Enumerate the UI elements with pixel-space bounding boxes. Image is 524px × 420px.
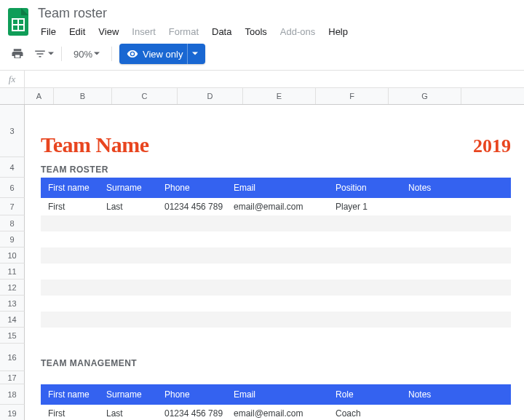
spreadsheet-grid[interactable]: 3 4 6 7 8 9 10 11 12 13 14 15 16 17 18 1… bbox=[0, 105, 524, 420]
row-header[interactable]: 13 bbox=[0, 296, 25, 312]
section-title-management: TEAM MANAGEMENT bbox=[41, 358, 137, 371]
fx-label: fx bbox=[0, 71, 25, 87]
menu-edit[interactable]: Edit bbox=[63, 24, 91, 39]
zoom-value: 90% bbox=[74, 49, 92, 60]
view-only-dropdown[interactable] bbox=[187, 44, 202, 64]
col-header-C[interactable]: C bbox=[112, 88, 178, 104]
view-only-button[interactable]: View only bbox=[119, 44, 205, 64]
formula-bar: fx bbox=[0, 71, 524, 88]
col-notes: Notes bbox=[405, 183, 507, 193]
row-header[interactable]: 9 bbox=[0, 231, 25, 247]
col-phone: Phone bbox=[162, 389, 231, 400]
col-header-A[interactable]: A bbox=[25, 88, 54, 104]
col-first: First name bbox=[45, 389, 103, 400]
table-row[interactable] bbox=[41, 312, 511, 328]
table-row[interactable] bbox=[41, 247, 511, 264]
roster-table-header: First name Surname Phone Email Position … bbox=[41, 178, 511, 198]
row-header[interactable]: 15 bbox=[0, 328, 25, 344]
select-all-corner[interactable] bbox=[0, 88, 25, 104]
sheets-logo-icon[interactable] bbox=[6, 6, 31, 38]
print-button[interactable] bbox=[7, 44, 28, 64]
menu-bar: File Edit View Insert Format Data Tools … bbox=[35, 24, 354, 39]
col-header-E[interactable]: E bbox=[243, 88, 316, 104]
table-row[interactable] bbox=[41, 296, 511, 312]
col-header-D[interactable]: D bbox=[178, 88, 243, 104]
menu-help[interactable]: Help bbox=[322, 24, 354, 39]
row-header[interactable]: 17 bbox=[0, 371, 25, 384]
menu-addons: Add-ons bbox=[274, 24, 321, 39]
menu-tools[interactable]: Tools bbox=[239, 24, 272, 39]
menu-file[interactable]: File bbox=[35, 24, 62, 39]
col-surname: Surname bbox=[103, 389, 162, 400]
cell-first[interactable]: First bbox=[45, 202, 103, 212]
row-header[interactable]: 4 bbox=[0, 157, 25, 178]
table-row[interactable] bbox=[41, 264, 511, 280]
col-phone: Phone bbox=[162, 183, 231, 193]
table-row[interactable] bbox=[41, 328, 511, 344]
row-header[interactable]: 8 bbox=[0, 215, 25, 231]
toolbar: 90% View only bbox=[0, 39, 524, 71]
cell-first[interactable]: First bbox=[45, 408, 103, 419]
chevron-down-icon bbox=[94, 51, 100, 57]
col-header-F[interactable]: F bbox=[316, 88, 389, 104]
col-surname: Surname bbox=[103, 183, 162, 193]
table-row[interactable] bbox=[41, 215, 511, 231]
cell-surname[interactable]: Last bbox=[103, 202, 162, 212]
cell-phone[interactable]: 01234 456 789 bbox=[162, 408, 231, 419]
row-headers: 3 4 6 7 8 9 10 11 12 13 14 15 16 17 18 1… bbox=[0, 105, 25, 420]
cell-phone[interactable]: 01234 456 789 bbox=[162, 202, 231, 212]
row-header[interactable]: 6 bbox=[0, 178, 25, 198]
row-header[interactable]: 18 bbox=[0, 384, 25, 405]
col-notes: Notes bbox=[405, 389, 507, 400]
document-title[interactable]: Team roster bbox=[35, 4, 354, 23]
table-row[interactable] bbox=[41, 280, 511, 296]
cell-role[interactable]: Coach bbox=[333, 408, 405, 419]
sheet-content[interactable]: Team Name 2019 TEAM ROSTER First name Su… bbox=[25, 105, 524, 420]
chevron-down-icon bbox=[192, 51, 198, 57]
col-header-G[interactable]: G bbox=[389, 88, 461, 104]
section-title-roster: TEAM ROSTER bbox=[41, 157, 511, 178]
eye-icon bbox=[127, 48, 138, 60]
table-row[interactable] bbox=[41, 231, 511, 247]
col-email: Email bbox=[231, 183, 333, 193]
col-role: Role bbox=[333, 389, 405, 400]
row-header[interactable]: 10 bbox=[0, 247, 25, 264]
cell-position[interactable]: Player 1 bbox=[333, 202, 405, 212]
row-header[interactable]: 14 bbox=[0, 312, 25, 328]
mgmt-table-row[interactable]: First Last 01234 456 789 email@email.com… bbox=[41, 405, 511, 420]
row-header[interactable]: 11 bbox=[0, 264, 25, 280]
filter-button[interactable] bbox=[33, 44, 54, 64]
cell-email[interactable]: email@email.com bbox=[231, 202, 333, 212]
mgmt-table-header: First name Surname Phone Email Role Note… bbox=[41, 384, 511, 405]
zoom-selector[interactable]: 90% bbox=[69, 49, 104, 60]
menu-data[interactable]: Data bbox=[206, 24, 237, 39]
title-bar: Team roster File Edit View Insert Format… bbox=[0, 0, 524, 39]
year-heading: 2019 bbox=[473, 135, 511, 157]
roster-table-row[interactable]: First Last 01234 456 789 email@email.com… bbox=[41, 198, 511, 215]
row-header[interactable]: 19 bbox=[0, 405, 25, 420]
toolbar-separator bbox=[61, 47, 62, 61]
cell-email[interactable]: email@email.com bbox=[231, 408, 333, 419]
col-first: First name bbox=[45, 183, 103, 193]
col-email: Email bbox=[231, 389, 333, 400]
menu-insert: Insert bbox=[126, 24, 162, 39]
col-position: Position bbox=[333, 183, 405, 193]
formula-input[interactable] bbox=[25, 71, 524, 87]
menu-view[interactable]: View bbox=[92, 24, 124, 39]
cell-surname[interactable]: Last bbox=[103, 408, 162, 419]
row-header[interactable]: 7 bbox=[0, 198, 25, 215]
team-name-heading: Team Name bbox=[41, 132, 149, 157]
column-headers: A B C D E F G bbox=[0, 88, 524, 105]
row-header[interactable]: 12 bbox=[0, 280, 25, 296]
col-header-B[interactable]: B bbox=[54, 88, 112, 104]
row-header[interactable]: 16 bbox=[0, 344, 25, 371]
toolbar-separator bbox=[111, 47, 112, 61]
row-header[interactable]: 3 bbox=[0, 105, 25, 157]
view-only-label: View only bbox=[143, 49, 183, 60]
menu-format: Format bbox=[163, 24, 205, 39]
